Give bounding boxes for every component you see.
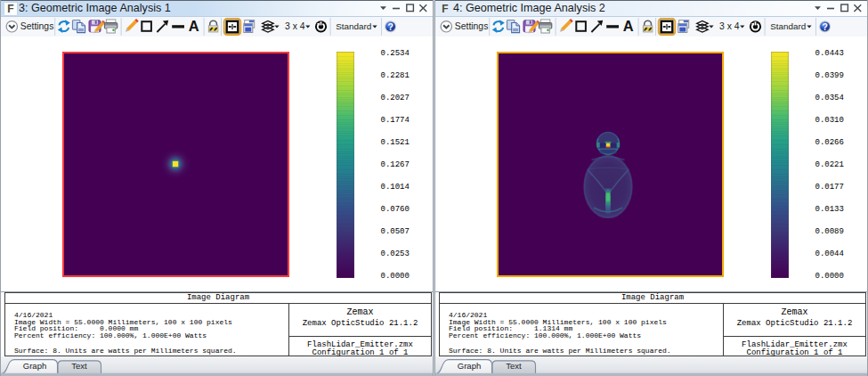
svg-text:Text: Text: [71, 361, 87, 371]
svg-text:?: ?: [822, 21, 827, 32]
svg-text:3 x 4: 3 x 4: [719, 21, 740, 31]
svg-text:Standard: Standard: [336, 21, 371, 31]
svg-text:A: A: [623, 18, 634, 34]
svg-text:Settings: Settings: [20, 21, 54, 31]
svg-text:Graph: Graph: [23, 361, 46, 371]
svg-text:3 x 4: 3 x 4: [285, 21, 305, 31]
svg-text:Standard: Standard: [770, 21, 806, 31]
svg-text:Text: Text: [506, 361, 522, 371]
svg-text:?: ?: [387, 21, 393, 32]
svg-text:Graph: Graph: [458, 361, 481, 371]
svg-text:Settings: Settings: [455, 21, 489, 31]
svg-text:A: A: [189, 18, 199, 34]
